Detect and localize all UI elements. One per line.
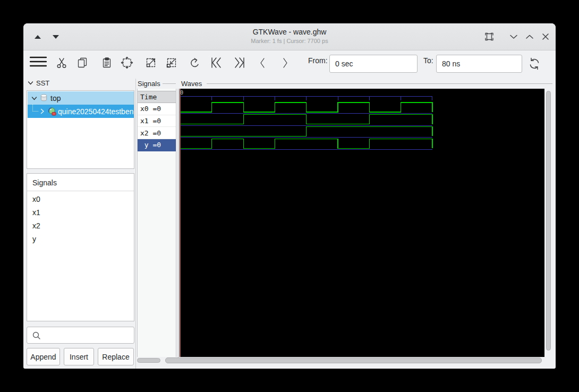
signal-name-list: Time x0 =0 x1 =0 x2 =0 y =0 — [138, 91, 176, 151]
desktop-background: GTKWave - wave.ghw Marker: 1 fs | Cursor… — [0, 0, 579, 392]
insert-button[interactable]: Insert — [64, 348, 94, 365]
cut-button[interactable] — [55, 56, 68, 69]
copy-icon — [76, 56, 89, 69]
undo-arrow-icon — [188, 56, 201, 70]
waves-frame-label: Waves — [181, 80, 202, 88]
search-input[interactable] — [43, 328, 134, 344]
tree-guide-lines — [32, 105, 38, 112]
hamburger-menu-icon — [30, 55, 47, 68]
chevron-up-icon — [524, 31, 535, 42]
signals-browser-header: Signals — [32, 178, 57, 187]
chevron-down-icon — [508, 31, 519, 42]
pane-splitter-left[interactable] — [135, 79, 136, 369]
signals-browser-panel: Signals x0 x1 x2 y — [27, 173, 134, 321]
skip-to-end-icon — [232, 55, 248, 70]
header-divider — [27, 191, 134, 191]
signal-list-frame-label: Signals — [138, 80, 160, 88]
chevron-left-icon — [256, 56, 269, 70]
tree-item-top-label: top — [50, 94, 61, 103]
time-header[interactable]: Time — [138, 91, 176, 103]
marker-cursor-line[interactable] — [180, 89, 181, 357]
module-icon — [47, 106, 57, 116]
menu-button[interactable] — [30, 55, 47, 68]
skip-to-start-icon — [208, 55, 224, 70]
sst-expander[interactable]: SST — [28, 79, 49, 87]
wave-svg — [180, 89, 544, 357]
titlebar: GTKWave - wave.ghw Marker: 1 fs | Cursor… — [23, 23, 556, 50]
waves-vertical-scrollbar[interactable] — [546, 91, 551, 351]
tree-item-quine-label: quine20250424testbench — [58, 107, 134, 116]
zoom-fit-icon — [120, 56, 134, 70]
names-horizontal-scrollbar[interactable] — [137, 358, 160, 363]
close-button[interactable] — [539, 30, 552, 44]
go-to-start-button[interactable] — [208, 55, 224, 70]
signal-row-x0[interactable]: x0 =0 — [138, 103, 176, 115]
zoom-out-button[interactable] — [165, 56, 178, 70]
from-input[interactable] — [329, 55, 418, 73]
window-status: Marker: 1 fs | Cursor: 7700 ps — [23, 38, 556, 44]
clipboard-paste-icon — [100, 56, 113, 69]
signal-row-y[interactable]: y =0 — [138, 139, 176, 151]
gtkwave-window: GTKWave - wave.ghw Marker: 1 fs | Cursor… — [23, 23, 556, 369]
sst-tree-panel: top quine20250424testbench — [27, 90, 134, 169]
previous-edge-button[interactable] — [256, 56, 269, 70]
tree-item-top[interactable]: top — [28, 91, 134, 105]
signal-name-panel: Time x0 =0 x1 =0 x2 =0 y =0 — [137, 89, 176, 357]
next-edge-button[interactable] — [279, 56, 292, 70]
sst-header-label: SST — [36, 79, 49, 87]
close-icon — [540, 31, 551, 42]
minimize-button[interactable] — [507, 30, 521, 44]
browser-item-y[interactable]: y — [32, 235, 36, 243]
tree-item-quine[interactable]: quine20250424testbench — [28, 105, 134, 118]
expander-chevron-icon — [28, 80, 33, 86]
signal-row-x2[interactable]: x2 =0 — [138, 127, 176, 139]
chevron-right-icon — [279, 56, 292, 70]
tree-expander-down-icon — [31, 96, 37, 101]
paste-button[interactable] — [100, 56, 113, 69]
undo-button[interactable] — [188, 56, 201, 70]
pane-splitter-right[interactable] — [178, 89, 178, 363]
browser-item-x0[interactable]: x0 — [32, 195, 40, 203]
to-input[interactable] — [436, 55, 522, 73]
zoom-in-icon — [144, 56, 158, 70]
fullscreen-button[interactable] — [482, 30, 496, 44]
fullscreen-icon — [484, 31, 495, 42]
search-icon — [32, 331, 41, 340]
waves-horizontal-scrollbar[interactable] — [165, 357, 542, 363]
browser-item-x1[interactable]: x1 — [32, 208, 40, 217]
signal-row-x1[interactable]: x1 =0 — [138, 115, 176, 127]
copy-button[interactable] — [76, 56, 89, 69]
browser-item-x2[interactable]: x2 — [32, 221, 40, 230]
to-label: To: — [423, 56, 433, 65]
go-to-end-button[interactable] — [232, 55, 248, 70]
wave-canvas[interactable]: 0 — [180, 89, 544, 357]
reload-icon — [527, 56, 542, 71]
zoom-in-button[interactable] — [144, 56, 158, 70]
scissors-icon — [55, 56, 68, 69]
waves-frame-line — [207, 83, 552, 84]
append-button[interactable]: Append — [27, 348, 60, 365]
maximize-button[interactable] — [523, 30, 537, 44]
zoom-fit-button[interactable] — [120, 56, 134, 70]
window-title: GTKWave - wave.ghw — [23, 28, 556, 36]
from-label: From: — [308, 56, 328, 65]
replace-button[interactable]: Replace — [98, 348, 134, 365]
database-icon — [39, 93, 48, 103]
zoom-out-icon — [165, 56, 178, 70]
signal-search-box[interactable] — [27, 327, 134, 344]
reload-button[interactable] — [527, 56, 542, 71]
tree-expander-right-icon — [40, 108, 45, 114]
signal-list-frame-line — [163, 83, 176, 84]
